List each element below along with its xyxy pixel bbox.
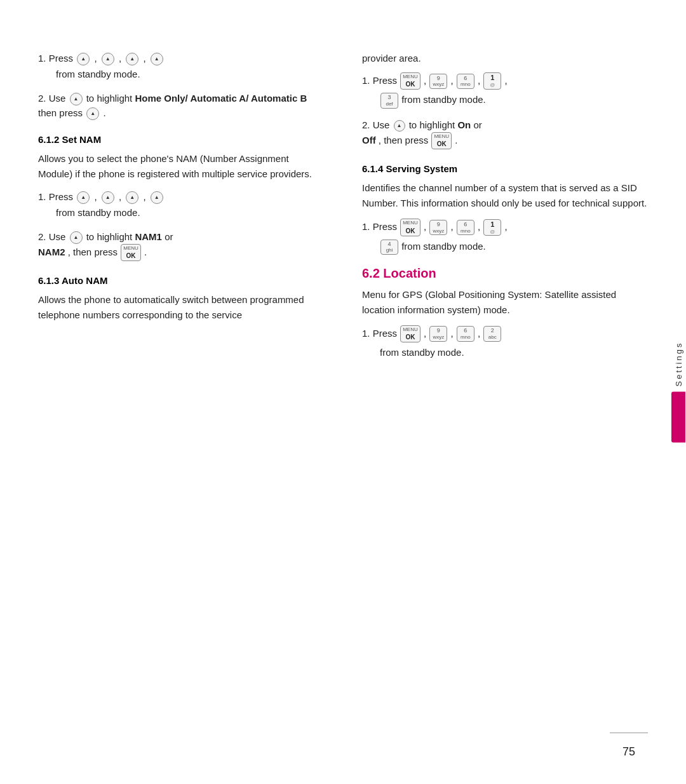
- s612-step1: 1. Press , , , from standby mode.: [38, 189, 324, 220]
- right-column: provider area. 1. Press MENU OK , 9 wxyz…: [343, 51, 648, 746]
- nav-icon-s612-3: [126, 191, 138, 204]
- right-step2-on: On: [457, 119, 471, 130]
- s612-step2-label: 2. Use: [38, 231, 65, 242]
- left-step2-before: to highlight: [86, 93, 133, 104]
- s62-step1: 1. Press MENU OK , 9 wxyz , 6 mno , 2 ab…: [362, 325, 648, 360]
- s612-step2-before: to highlight: [86, 231, 133, 242]
- section612-heading: 6.1.2 Set NAM: [38, 134, 324, 145]
- six-mno-kbd-r1: 6 mno: [457, 74, 474, 89]
- side-tab: Settings: [671, 342, 686, 443]
- six-mno-kbd-s614: 6 mno: [457, 220, 474, 235]
- menu-top-label: MENU: [123, 245, 138, 252]
- s614-step1-label: 1. Press: [362, 221, 397, 232]
- menu-ok-kbd-r1: MENU OK: [400, 72, 420, 90]
- s612-step2-nam1: NAM1: [135, 231, 162, 242]
- s62-step1-suffix: from standby mode.: [380, 345, 648, 360]
- section612-body: Allows you to select the phone's NAM (Nu…: [38, 151, 324, 182]
- nav-icon-step2b: [86, 107, 99, 120]
- right-step1-label: 1. Press: [362, 75, 397, 86]
- nav-icon-2: [102, 53, 114, 65]
- s614-step1-suffix-text: from standby mode.: [401, 241, 486, 252]
- section613-heading: 6.1.3 Auto NAM: [38, 275, 324, 286]
- section62-heading: 6.2 Location: [362, 266, 648, 281]
- nav-icon-r-step2: [394, 120, 405, 132]
- right-step2-or: or: [473, 119, 481, 130]
- s612-step2-after: , then press: [68, 246, 118, 257]
- nav-icon-4: [151, 53, 163, 65]
- s612-step1-suffix: from standby mode.: [56, 205, 324, 220]
- s612-step2: 2. Use to highlight NAM1 or NAM2 , then …: [38, 229, 324, 262]
- divider-line: [610, 733, 648, 733]
- left-step2-after: then press: [38, 107, 83, 118]
- three-def-kbd-r1: 3 def: [380, 93, 398, 108]
- right-step2-before: to highlight: [409, 119, 455, 130]
- menu-ok-label: OK: [126, 252, 136, 260]
- s62-step1-label: 1. Press: [362, 328, 397, 339]
- nav-icon-s612-step2: [70, 231, 83, 244]
- nav-icon-s612-1: [77, 191, 90, 204]
- left-column: 1. Press , , , from standby mode. 2. Use…: [38, 51, 343, 746]
- menu-ok-kbd-s612: MENU OK: [121, 244, 141, 261]
- side-tab-bar: [671, 391, 685, 442]
- right-step1-suffix: 3 def from standby mode.: [380, 92, 648, 108]
- section62-body: Menu for GPS (Global Positioning System:…: [362, 287, 648, 318]
- nav-icon-s612-4: [151, 191, 163, 204]
- page-number: 75: [622, 745, 635, 759]
- section614-body: Identifies the channel number of a syste…: [362, 180, 648, 211]
- right-step2-label: 2. Use: [362, 119, 389, 130]
- menu-ok-kbd-r2: MENU OK: [431, 132, 452, 149]
- nav-icon-1: [77, 53, 90, 65]
- provider-area-text: provider area.: [362, 51, 648, 66]
- right-step2-off: Off: [362, 135, 376, 145]
- left-step1: 1. Press , , , from standby mode.: [38, 51, 324, 82]
- one-kbd-s614: 1 @: [483, 219, 501, 236]
- s614-step1-suffix: 4 ghi from standby mode.: [380, 239, 648, 255]
- right-step2-after: , then press: [379, 135, 428, 145]
- menu-ok-kbd-s614: MENU OK: [400, 219, 420, 236]
- one-kbd-r1: 1 @: [483, 72, 501, 90]
- left-step2-bold: Home Only/ Automatic A/ Automatic B: [135, 93, 307, 104]
- left-step2: 2. Use to highlight Home Only/ Automatic…: [38, 91, 324, 121]
- four-ghi-kbd-s614: 4 ghi: [380, 240, 398, 255]
- nav-icon-3: [126, 53, 138, 65]
- right-step2: 2. Use to highlight On or Off , then pre…: [362, 118, 648, 150]
- right-step1: 1. Press MENU OK , 9 wxyz , 6 mno , 1 @: [362, 72, 648, 109]
- left-step1-label: 1. Press: [38, 53, 73, 64]
- s614-step1: 1. Press MENU OK , 9 wxyz , 6 mno , 1 @: [362, 219, 648, 255]
- s612-step1-label: 1. Press: [38, 191, 73, 202]
- left-step1-suffix: from standby mode.: [56, 67, 324, 81]
- nine-wxyz-kbd-s62: 9 wxyz: [429, 326, 447, 341]
- two-abc-kbd-s62: 2 abc: [483, 326, 501, 341]
- right-step1-suffix-text: from standby mode.: [401, 94, 486, 105]
- s612-step2-or: or: [165, 231, 173, 242]
- nav-icon-step2: [70, 93, 83, 105]
- nine-wxyz-kbd-s614: 9 wxyz: [429, 220, 447, 235]
- menu-ok-kbd-s62: MENU OK: [400, 325, 420, 342]
- left-step2-label: 2. Use: [38, 93, 65, 104]
- s612-step2-nam2: NAM2: [38, 246, 65, 257]
- side-tab-label: Settings: [674, 342, 683, 387]
- section614-heading: 6.1.4 Serving System: [362, 163, 648, 174]
- six-mno-kbd-s62: 6 mno: [457, 326, 474, 341]
- nav-icon-s612-2: [102, 191, 114, 204]
- nine-wxyz-kbd-r1: 9 wxyz: [429, 74, 447, 89]
- section613-body: Allows the phone to automatically switch…: [38, 292, 324, 323]
